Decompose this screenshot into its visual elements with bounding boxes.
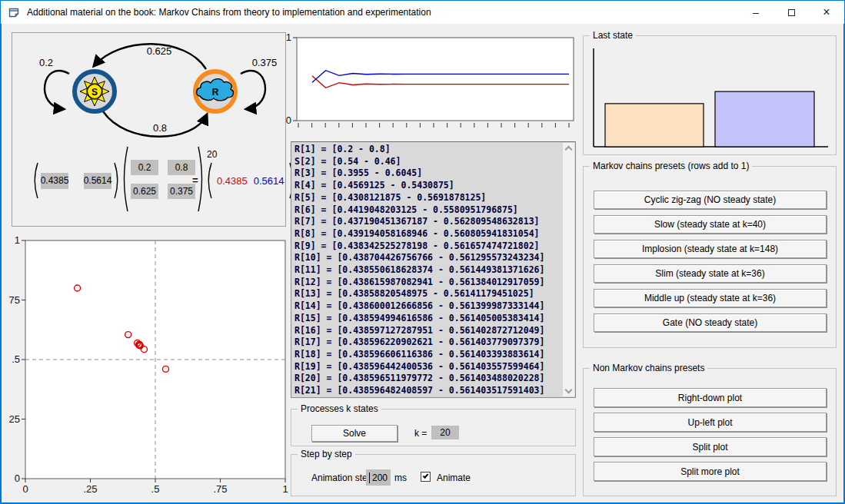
check-icon [423,472,429,479]
preset-split-button[interactable]: Split plot [594,437,827,456]
open-bracket-icon [120,146,128,212]
maximize-icon [788,9,795,16]
matrix-cell-1-0[interactable]: 0.625 [131,184,158,199]
last-state-group: Last state [583,35,837,155]
console-line: R[5] = [0.4308121875 - 0.5691878125] [294,192,560,204]
edge-label-r-self: 0.375 [252,57,278,68]
result-first-value: 0.4385 [217,175,248,187]
console-line: R[16] = [0.438597127287951 - 0.561402872… [294,325,560,337]
last-state-bar-chart [584,38,836,154]
svg-text:0: 0 [15,472,20,484]
solve-button[interactable]: Solve [311,425,398,442]
scroll-down-icon[interactable] [565,386,573,394]
state-space-scatter-plot: 1.75.5.2500.25.5.751 [8,233,288,502]
svg-text:.5: .5 [12,353,20,365]
edge-label-s-to-r: 0.8 [153,122,167,134]
console-line: R[17] = [0.438596220902621 - 0.561403779… [294,337,560,349]
console-line: R[14] = [0.438600012666856 - 0.561399987… [294,300,560,313]
preset-middle-up-button[interactable]: Middle up (steady state at k=36) [594,289,827,307]
console-line: R[20] = [0.438596511979772 - 0.561403488… [294,373,560,385]
console-line: R[9] = [0.438342525278198 - 0.5616574747… [294,240,560,253]
open-bracket-icon [205,162,212,199]
svg-text:.75: .75 [8,294,20,306]
form-icon [8,7,21,18]
ms-label: ms [394,472,407,483]
preset-up-left-button[interactable]: Up-left plot [594,413,827,432]
animate-label: Animate [437,472,471,483]
open-bracket-icon [31,162,38,199]
scroll-up-icon[interactable] [565,146,573,154]
svg-text:1: 1 [15,234,20,246]
step-by-step-group: Step by step Animation step 200 ms Anima… [291,454,576,496]
node-s-label: S [91,87,98,98]
non-markov-presets-title: Non Markov chains presets [590,363,707,373]
markov-presets-group: Markov chains presets (rows add to 1) Cy… [583,166,837,348]
edge-r-self-loop [241,71,265,109]
processes-group-title: Processes k states [298,403,381,414]
minimize-button[interactable]: – [738,1,773,24]
markov-presets-title: Markov chains presets (rows add to 1) [590,161,752,171]
state-vector-cell-1[interactable]: 0.5614 [84,173,111,189]
matrix-cell-0-1[interactable]: 0.8 [168,160,195,175]
console-line: R[4] = [0.4569125 - 0.5430875] [294,180,560,192]
console-scrollbar[interactable] [563,143,574,396]
markov-diagram-panel: 0.2 0.625 0.375 0.8 S R 0.4385 0.5614 [12,32,286,227]
svg-text:1: 1 [282,483,288,495]
preset-right-down-button[interactable]: Right-down plot [594,388,827,407]
state-vector: 0.4385 0.5614 [31,162,121,199]
result-second-value: 0.5614 [254,175,284,187]
preset-implosion-button[interactable]: Implosion (steady state at k=148) [594,240,827,258]
edge-s-self-loop [45,71,69,109]
console-line: R[19] = [0.438596442400536 - 0.561403557… [294,361,560,373]
step-group-title: Step by step [298,449,355,459]
node-rain-state: R [195,71,235,111]
console-line: R[13] = [0.43858820548975 - 0.5614117945… [294,288,560,300]
preset-slow-button[interactable]: Slow (steady state at k=40) [594,215,827,234]
edge-label-s-self: 0.2 [39,57,53,68]
console-line: S[2] = [0.54 - 0.46] [294,156,560,168]
matrix-exponent: 20 [207,149,217,160]
close-button[interactable]: × [809,1,844,24]
title-bar: Additional material on the book: Markov … [1,1,844,24]
svg-text:.25: .25 [83,483,97,495]
animation-step-input[interactable]: 200 [366,469,391,486]
maximize-button[interactable] [773,1,809,24]
text-caret [369,472,370,483]
svg-text:0: 0 [22,483,28,495]
processes-group: Processes k states Solve k = 20 [291,409,576,446]
svg-text:.75: .75 [213,483,227,495]
animation-step-label: Animation step [311,472,372,483]
console-line: R[10] = [0.438704426756766 - 0.561295573… [294,252,560,264]
equals-sign: = [192,174,198,186]
preset-slim-button[interactable]: Slim (steady state at k=36) [594,264,827,283]
node-sun-state: S [75,71,115,111]
matrix-cell-1-1[interactable]: 0.375 [168,184,195,199]
console-line: R[1] = [0.2 - 0.8] [294,144,560,156]
state-diagram: 0.2 0.625 0.375 0.8 S R [12,33,285,152]
matrix-cell-0-0[interactable]: 0.2 [131,160,158,175]
svg-text:.5: .5 [151,483,160,495]
state-vector-cell-0[interactable]: 0.4385 [41,173,68,189]
svg-text:1: 1 [286,33,291,43]
preset-gate-button[interactable]: Gate (NO steady state) [594,313,827,332]
preset-cyclic-zigzag-button[interactable]: Cyclic zig-zag (NO steady state) [594,191,827,209]
convergence-line-chart: 10 [285,33,577,134]
result-vector: 0.4385 0.5614 [205,162,297,199]
k-input[interactable]: 20 [431,426,459,439]
console-line: R[6] = [0.4419048203125 - 0.558095179687… [294,204,560,217]
k-label: k = [414,428,427,439]
console-line: R[11] = [0.438550618628374 - 0.561449381… [294,264,560,277]
window-title: Additional material on the book: Markov … [27,7,431,18]
animate-checkbox[interactable] [421,472,431,482]
non-markov-presets-group: Non Markov chains presets Right-down plo… [583,368,837,496]
console-line: R[18] = [0.438596606116386 - 0.561403393… [294,349,560,361]
node-r-label: R [212,87,219,98]
console-line: R[3] = [0.3955 - 0.6045] [294,167,560,180]
console-line: R[21] = [0.438596482408597 - 0.561403517… [294,385,560,396]
console-line: R[7] = [0.437190451367187 - 0.5628095486… [294,216,560,228]
console-output[interactable]: R[1] = [0.2 - 0.8]S[2] = [0.54 - 0.46]R[… [291,141,576,398]
console-line: R[8] = [0.439194058168946 - 0.5608059418… [294,228,560,240]
preset-split-more-button[interactable]: Split more plot [594,462,827,481]
transition-matrix: 0.2 0.8 0.625 0.375 20 [120,146,216,212]
edge-label-r-to-s: 0.625 [147,45,172,57]
